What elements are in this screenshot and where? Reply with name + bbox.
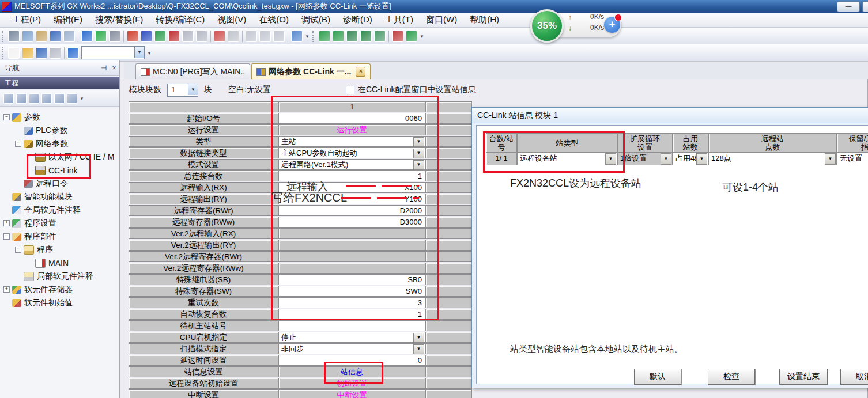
chevron-down-icon[interactable]: ▼ bbox=[188, 84, 198, 95]
chevron-down-icon[interactable]: ▼ bbox=[413, 344, 424, 354]
toolbar-grip[interactable] bbox=[2, 47, 5, 59]
new-icon[interactable] bbox=[8, 47, 20, 59]
tree-item-软元件初始值[interactable]: 软元件初始值 bbox=[3, 297, 73, 309]
param-dropdown[interactable]: 主站▼ bbox=[278, 136, 425, 147]
program-screen-icon[interactable] bbox=[95, 31, 107, 42]
monitor-flag-icon[interactable] bbox=[168, 31, 180, 42]
graph-green-icon[interactable] bbox=[406, 31, 417, 42]
toolbar-overflow-icon[interactable]: ▾ bbox=[418, 31, 425, 42]
device-on-icon[interactable] bbox=[214, 31, 225, 42]
param-value[interactable]: SW0 bbox=[278, 286, 425, 297]
open-icon[interactable] bbox=[22, 47, 33, 59]
station-cell-5[interactable]: 无设置 bbox=[837, 152, 868, 165]
station-cell-1[interactable]: 远程设备站▼ bbox=[517, 152, 617, 165]
param-value[interactable]: 1 bbox=[278, 309, 425, 320]
param-dropdown[interactable]: 非同步▼ bbox=[278, 343, 425, 354]
toolbar-overflow-icon[interactable]: ▾ bbox=[146, 47, 153, 59]
menu-item-5[interactable]: 在线(O) bbox=[252, 13, 295, 26]
chevron-down-icon[interactable]: ▼ bbox=[605, 153, 616, 165]
chevron-down-icon[interactable]: ▾ bbox=[78, 93, 85, 104]
chevron-down-icon[interactable]: ▼ bbox=[825, 153, 836, 165]
station-cell-0[interactable]: 1/ 1 bbox=[486, 152, 517, 165]
tab-close-icon[interactable]: × bbox=[356, 67, 365, 77]
help-icon[interactable] bbox=[67, 47, 79, 59]
station-cell-2[interactable]: 1倍设置▼ bbox=[617, 152, 673, 165]
refresh-icon[interactable] bbox=[54, 93, 65, 104]
menu-item-10[interactable]: 帮助(H) bbox=[463, 13, 505, 26]
pulse-icon[interactable] bbox=[346, 31, 358, 42]
menu-item-9[interactable]: 窗口(W) bbox=[420, 13, 463, 26]
undo-icon[interactable] bbox=[50, 31, 61, 42]
close-icon[interactable]: × bbox=[109, 64, 119, 72]
window-a-icon[interactable] bbox=[246, 31, 257, 42]
tree-item-智能功能模块[interactable]: 智能功能模块 bbox=[3, 191, 73, 203]
tree-expander[interactable]: + bbox=[3, 286, 10, 293]
param-dropdown[interactable]: 远程网络(Ver.1模式)▼ bbox=[278, 159, 425, 170]
tree-expander[interactable]: − bbox=[3, 233, 10, 240]
tree-expander[interactable]: − bbox=[15, 141, 21, 147]
tree-item-PLC参数[interactable]: PLC参数 bbox=[15, 124, 67, 137]
menu-item-0[interactable]: 工程(P) bbox=[6, 13, 47, 26]
window-c-icon[interactable] bbox=[273, 31, 285, 42]
watch-find-icon[interactable] bbox=[360, 31, 372, 42]
chevron-down-icon[interactable]: ▼ bbox=[413, 149, 424, 158]
copy-icon[interactable] bbox=[16, 93, 27, 104]
tree-item-软元件存储器[interactable]: +软元件存储器 bbox=[3, 283, 73, 295]
device-off-icon[interactable] bbox=[228, 31, 239, 42]
param-dropdown[interactable]: 停止▼ bbox=[278, 332, 425, 343]
cut-icon[interactable] bbox=[8, 31, 20, 42]
restore-button[interactable] bbox=[862, 1, 868, 12]
verify-with-plc-icon[interactable] bbox=[154, 31, 166, 42]
param-dropdown[interactable]: 主站CPU参数自动起动▼ bbox=[278, 147, 425, 158]
tree-item-全局软元件注释[interactable]: 全局软元件注释 bbox=[3, 204, 81, 216]
menu-item-6[interactable]: 调试(B) bbox=[295, 13, 337, 26]
monitor-b-icon[interactable] bbox=[196, 31, 207, 42]
tree-item-网络参数[interactable]: −网络参数 bbox=[15, 138, 68, 150]
tree-item-参数[interactable]: −参数 bbox=[3, 111, 40, 123]
toolbar-overflow-icon[interactable]: ▾ bbox=[304, 31, 311, 42]
tab-1[interactable]: 网络参数 CC-Link 一...× bbox=[251, 63, 371, 79]
tree-expander[interactable]: + bbox=[3, 220, 10, 226]
param-value[interactable]: D3000 bbox=[278, 217, 425, 228]
chevron-down-icon[interactable]: ▼ bbox=[134, 47, 144, 58]
speed-widget[interactable]: 35% ↑ 0K/s ↓ 0K/s + bbox=[530, 9, 628, 41]
save-icon[interactable] bbox=[36, 47, 47, 59]
trend-point-icon[interactable] bbox=[333, 31, 344, 42]
cclink-config-window-checkbox[interactable] bbox=[346, 86, 354, 94]
setting-end-button[interactable]: 设置结束 bbox=[779, 369, 828, 385]
find-combobox[interactable]: ▼ bbox=[81, 46, 145, 59]
param-link-magenta[interactable]: 运行设置 bbox=[278, 124, 425, 135]
param-value[interactable]: 3 bbox=[278, 297, 425, 308]
watch-shot-icon[interactable] bbox=[374, 31, 386, 42]
toolbar-grip[interactable] bbox=[2, 31, 5, 42]
param-value[interactable]: 0060 bbox=[278, 113, 425, 124]
graph-red-icon[interactable] bbox=[392, 31, 403, 42]
tree-item-程序部件[interactable]: −程序部件 bbox=[3, 230, 56, 242]
paste-icon[interactable] bbox=[36, 31, 47, 42]
chevron-down-icon[interactable]: ▼ bbox=[413, 137, 424, 147]
info-doc-icon[interactable] bbox=[41, 93, 52, 104]
param-value[interactable]: SB0 bbox=[278, 274, 425, 285]
menu-item-2[interactable]: 搜索/替换(F) bbox=[89, 13, 149, 26]
write-to-plc-icon[interactable] bbox=[127, 31, 138, 42]
station-info-link[interactable]: 站信息 bbox=[278, 366, 425, 377]
menu-item-7[interactable]: 诊断(D) bbox=[337, 13, 379, 26]
monitor-a-icon[interactable] bbox=[182, 31, 194, 42]
speed-widget-percent[interactable]: 35% bbox=[530, 9, 564, 43]
redo-icon[interactable] bbox=[63, 31, 75, 42]
menu-item-3[interactable]: 转换/编译(C) bbox=[149, 13, 211, 26]
monitor-screen-icon[interactable] bbox=[291, 31, 303, 42]
default-button[interactable]: 默认 bbox=[634, 369, 681, 385]
param-value[interactable] bbox=[278, 320, 425, 331]
tree-item-程序设置[interactable]: +程序设置 bbox=[3, 217, 56, 229]
chevron-down-icon[interactable]: ▼ bbox=[413, 333, 424, 343]
station-cell-4[interactable]: 128点▼ bbox=[708, 152, 837, 165]
copy-icon[interactable] bbox=[22, 31, 33, 42]
chevron-down-icon[interactable]: ▼ bbox=[413, 160, 424, 170]
chevron-down-icon[interactable]: ▼ bbox=[661, 153, 671, 165]
menu-item-8[interactable]: 工具(T) bbox=[379, 13, 420, 26]
window-b-icon[interactable] bbox=[259, 31, 271, 42]
device-watch-icon[interactable] bbox=[109, 31, 120, 42]
module-count-select[interactable]: 1 ▼ bbox=[167, 84, 198, 97]
new-item-icon[interactable] bbox=[3, 93, 14, 104]
